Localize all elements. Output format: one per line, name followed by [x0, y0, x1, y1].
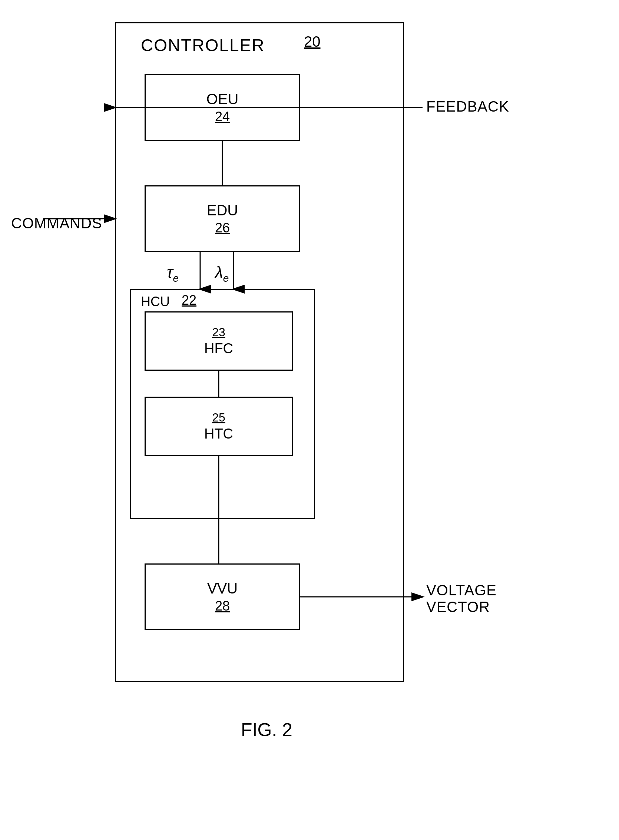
htc-ref: 25 — [212, 411, 225, 424]
figure-caption: FIG. 2 — [241, 719, 292, 741]
hcu-ref: 22 — [182, 293, 196, 308]
edu-label: EDU — [207, 202, 238, 219]
hfc-ref: 23 — [212, 326, 225, 339]
vvu-ref: 28 — [215, 598, 230, 614]
oeu-block: OEU 24 — [145, 74, 300, 141]
hfc-block: 23 HFC — [145, 311, 293, 371]
feedback-label: FEEDBACK — [426, 98, 509, 115]
commands-label: COMMANDS — [11, 215, 102, 232]
oeu-label: OEU — [206, 91, 239, 108]
vvu-block: VVU 28 — [145, 563, 300, 630]
htc-block: 25 HTC — [145, 397, 293, 456]
htc-label: HTC — [204, 426, 233, 442]
vvu-label: VVU — [207, 580, 238, 597]
lambda-signal: λe — [215, 263, 229, 284]
controller-title: CONTROLLER — [141, 35, 265, 55]
controller-ref: 20 — [304, 33, 321, 50]
voltage-vector-label: VOLTAGE VECTOR — [426, 582, 497, 615]
tau-signal: τe — [167, 263, 179, 284]
edu-ref: 26 — [215, 220, 230, 236]
hfc-label: HFC — [204, 341, 233, 357]
edu-block: EDU 26 — [145, 185, 300, 252]
oeu-ref: 24 — [215, 109, 230, 124]
hcu-label: HCU — [141, 294, 170, 309]
